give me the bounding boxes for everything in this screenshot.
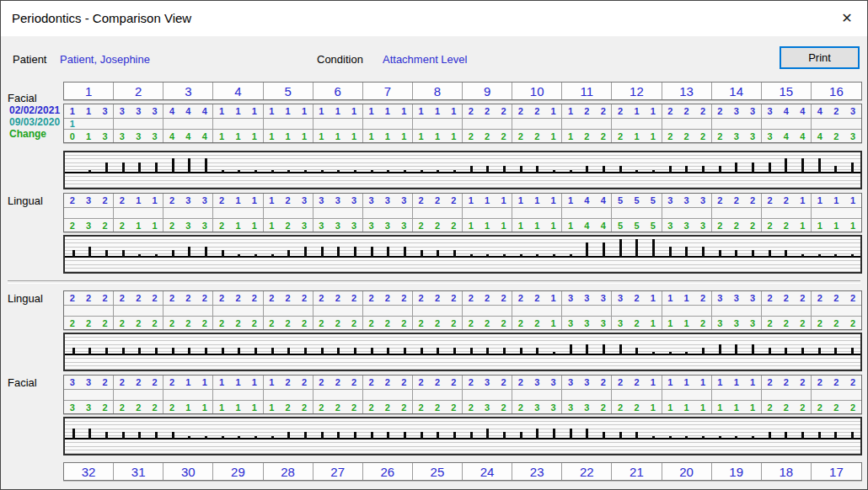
chart-baseline <box>65 354 860 355</box>
chart-bar <box>553 352 555 355</box>
value-digit: 1 <box>683 318 691 328</box>
value-digit: 1 <box>267 221 276 231</box>
value-digit: 1 <box>849 195 857 205</box>
value-digit: 2 <box>399 318 408 328</box>
value-digit: 2 <box>168 293 176 303</box>
value-digit: 2 <box>383 318 392 328</box>
chart-bar <box>785 158 787 173</box>
value-digit: 2 <box>782 377 790 387</box>
chart-bar <box>238 254 240 258</box>
value-digit: 1 <box>832 221 840 231</box>
value-cell: 222 <box>114 291 163 305</box>
chart-bar <box>138 254 141 258</box>
value-cell: 221 <box>612 375 662 389</box>
chart-bar <box>486 254 489 258</box>
value-cell <box>512 390 562 400</box>
value-digit: 3 <box>566 402 575 413</box>
value-digit: 2 <box>284 318 292 328</box>
value-digit: 2 <box>68 318 77 328</box>
value-cell: 222 <box>213 291 263 305</box>
value-digit: 1 <box>499 221 507 231</box>
value-cell <box>163 208 213 218</box>
chart-bar <box>321 247 324 258</box>
value-digit: 2 <box>350 377 358 387</box>
value-digit: 4 <box>816 131 824 141</box>
chart-bar <box>536 166 538 173</box>
chart-bar <box>769 348 771 355</box>
chart-bar <box>486 166 489 173</box>
value-digit: 1 <box>201 402 209 413</box>
chart-bar <box>752 162 754 173</box>
value-digit: 2 <box>748 195 757 205</box>
value-digit: 4 <box>782 106 790 116</box>
tooth-number-cell: 31 <box>114 463 163 480</box>
value-digit: 1 <box>549 106 558 116</box>
close-icon[interactable]: ✕ <box>837 8 857 29</box>
value-digit: 3 <box>549 402 558 413</box>
value-digit: 2 <box>118 293 126 303</box>
chart-bar <box>404 348 406 355</box>
value-digit: 2 <box>715 131 724 141</box>
value-cell: 222 <box>662 130 712 142</box>
value-digit: 2 <box>217 195 226 205</box>
value-cell: 232 <box>64 219 114 232</box>
value-digit: 2 <box>782 293 790 303</box>
value-digit: 1 <box>467 195 475 205</box>
chart-bar <box>205 247 207 258</box>
chart-bar <box>603 242 605 258</box>
value-digit: 2 <box>433 221 442 231</box>
value-digit: 2 <box>599 377 608 387</box>
value-digit: 2 <box>317 318 325 328</box>
value-cell: 332 <box>562 401 612 413</box>
value-cell: 222 <box>762 291 812 305</box>
value-digit: 1 <box>499 195 507 205</box>
value-digit: 2 <box>632 318 640 328</box>
value-digit: 3 <box>383 221 392 231</box>
value-digit: 2 <box>832 402 840 413</box>
value-cell <box>463 306 512 316</box>
value-cell <box>662 390 712 400</box>
value-cell: 122 <box>264 401 313 413</box>
chart-bar <box>421 170 423 173</box>
value-digit: 3 <box>533 377 541 387</box>
value-digit: 2 <box>168 402 176 413</box>
value-digit: 2 <box>582 106 591 116</box>
value-digit: 2 <box>100 318 109 328</box>
value-cell: 111 <box>463 194 512 207</box>
value-digit: 2 <box>499 318 507 328</box>
tooth-number-cell: 25 <box>413 463 463 480</box>
value-digit: 3 <box>732 293 741 303</box>
print-button[interactable]: Print <box>780 46 860 69</box>
chart-bar <box>586 429 588 439</box>
lingual-lower-chart <box>63 333 862 371</box>
chart-bar <box>635 348 638 355</box>
value-digit: 1 <box>367 131 375 141</box>
value-digit: 2 <box>300 293 308 303</box>
value-digit: 3 <box>599 293 608 303</box>
value-digit: 2 <box>616 402 624 413</box>
value-digit: 3 <box>566 377 575 387</box>
value-cell: 222 <box>762 317 812 329</box>
chart-bar <box>222 170 224 173</box>
value-cell <box>463 119 512 129</box>
value-digit: 3 <box>849 131 857 141</box>
value-digit: 2 <box>499 131 507 141</box>
value-digit: 2 <box>732 221 741 231</box>
value-digit: 3 <box>732 318 741 328</box>
value-digit: 2 <box>616 377 624 387</box>
value-digit: 3 <box>201 221 209 231</box>
chart-bar <box>354 247 356 258</box>
value-digit: 1 <box>483 195 491 205</box>
value-digit: 1 <box>649 106 657 116</box>
tooth-number-cell: 12 <box>612 83 662 99</box>
value-cell: 233 <box>712 130 762 142</box>
value-digit: 1 <box>417 131 426 141</box>
value-digit: 3 <box>715 293 724 303</box>
value-cell: 111 <box>213 104 263 118</box>
value-cell <box>313 119 363 129</box>
value-digit: 3 <box>334 195 342 205</box>
tooth-number-cell: 27 <box>313 463 363 480</box>
value-cell <box>264 119 313 129</box>
value-digit: 2 <box>250 293 259 303</box>
value-cell: 111 <box>812 194 861 207</box>
